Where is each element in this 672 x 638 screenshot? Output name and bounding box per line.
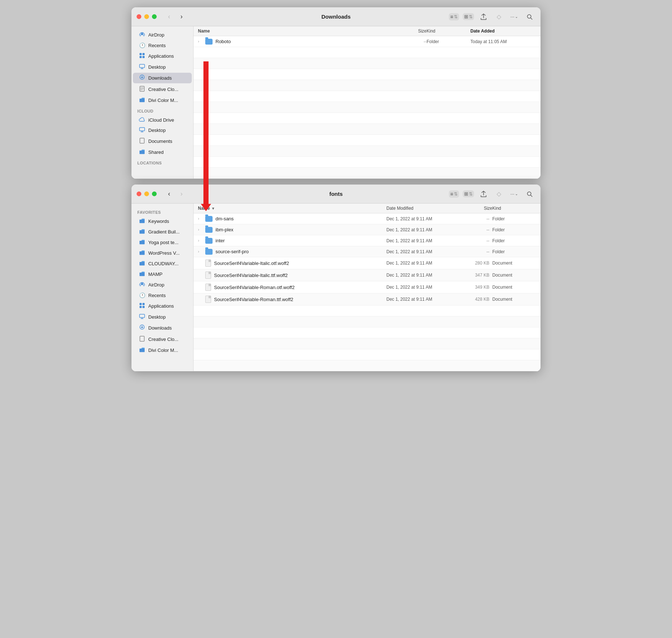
sidebar-item-yoga-2[interactable]: Yoga post te... — [133, 238, 192, 247]
minimize-button-2[interactable] — [144, 191, 149, 196]
share-button-2[interactable] — [478, 189, 489, 199]
view-options-2[interactable]: ≡ ⇅ — [449, 190, 459, 198]
sidebar-item-wordpress-2[interactable]: WordPress V... — [133, 248, 192, 258]
svg-rect-23 — [142, 306, 145, 308]
view-options-1[interactable]: ≡ ⇅ — [449, 13, 459, 20]
grid-view-icon-1[interactable]: ⊞ — [464, 14, 468, 19]
table-row[interactable]: › SourceSerif4Variable-Italic.ttf.woff2 … — [194, 269, 541, 281]
sidebar-item-airdrop-1[interactable]: AirDrop — [133, 30, 192, 40]
locations-section-label-1: Locations — [131, 158, 193, 166]
file-size-ss4-roman-otf: 349 KB — [463, 285, 492, 290]
chevron-icon: › — [198, 239, 202, 243]
folder-icon-dm-sans — [205, 216, 213, 222]
empty-row — [194, 349, 541, 360]
sidebar-label-icloud-drive-1: iCloud Drive — [148, 117, 174, 123]
sidebar-item-desktop-2[interactable]: Desktop — [133, 312, 192, 322]
sidebar-item-divi-2[interactable]: Divi Color M... — [133, 345, 192, 355]
folder-icon-roboto — [205, 39, 213, 45]
file-date-roboto: Today at 11:05 AM — [470, 39, 536, 44]
grid-sort-icon-2[interactable]: ⇅ — [469, 191, 473, 197]
grid-sort-icon-1[interactable]: ⇅ — [469, 14, 473, 19]
file-name-dm-sans: › dm-sans — [198, 216, 386, 222]
finder-window-1: ‹ › Downloads ≡ ⇅ ⊞ ⇅ ◇ ··· ⌄ — [131, 7, 541, 179]
more-button-1[interactable]: ··· ⌄ — [508, 12, 520, 22]
window-controls-1 — [137, 14, 157, 19]
table-row[interactable]: › inter Dec 1, 2022 at 9:11 AM -- Folder — [194, 235, 541, 246]
forward-button-2[interactable]: › — [176, 189, 187, 199]
close-button-2[interactable] — [137, 191, 141, 196]
file-name-ss4-roman-ttf: › SourceSerif4Variable-Roman.ttf.woff2 — [198, 296, 386, 303]
table-row[interactable]: › SourceSerif4Variable-Roman.ttf.woff2 D… — [194, 293, 541, 305]
sort-arrows-icon-1[interactable]: ⇅ — [454, 14, 458, 19]
back-button-2[interactable]: ‹ — [164, 189, 174, 199]
sidebar-label-cloudway-2: CLOUDWAY... — [148, 261, 179, 266]
file-date-ibm-plex: Dec 1, 2022 at 9:11 AM — [386, 227, 463, 232]
icloud-documents-icon-1 — [139, 138, 145, 145]
sidebar-item-cloudway-2[interactable]: CLOUDWAY... — [133, 259, 192, 269]
file-kind-dm-sans: Folder — [492, 216, 536, 221]
sidebar-item-gradient-2[interactable]: Gradient Buil... — [133, 227, 192, 237]
sidebar-item-downloads-1[interactable]: Downloads — [133, 73, 192, 83]
doc-icon-ss4-italic-ttf — [205, 271, 211, 279]
more-button-2[interactable]: ···⌄ — [508, 189, 520, 199]
sort-indicator: ▼ — [211, 206, 215, 210]
sidebar-item-divi-1[interactable]: Divi Color M... — [133, 95, 192, 105]
table-row[interactable]: › ibm-plex Dec 1, 2022 at 9:11 AM -- Fol… — [194, 224, 541, 235]
maximize-button-2[interactable] — [152, 191, 157, 196]
grid-options-1[interactable]: ⊞ ⇅ — [463, 13, 474, 20]
grid-view-icon-2[interactable]: ⊞ — [464, 191, 468, 197]
table-row[interactable]: › SourceSerif4Variable-Italic.otf.woff2 … — [194, 257, 541, 269]
sidebar-item-mamp-2[interactable]: MAMP — [133, 269, 192, 279]
back-button-1[interactable]: ‹ — [164, 12, 174, 22]
share-button-1[interactable] — [478, 12, 489, 22]
table-row[interactable]: › source-serif-pro Dec 1, 2022 at 9:11 A… — [194, 246, 541, 257]
tag-button-2[interactable]: ◇ — [493, 189, 505, 199]
sidebar-label-airdrop-2: AirDrop — [148, 282, 164, 288]
sidebar-item-applications-1[interactable]: Applications — [133, 51, 192, 61]
empty-row — [194, 305, 541, 316]
sidebar-item-icloud-shared-1[interactable]: Shared — [133, 147, 192, 157]
file-date-ss4-italic-ttf: Dec 1, 2022 at 9:11 AM — [386, 273, 463, 278]
minimize-button-1[interactable] — [144, 14, 149, 19]
nav-buttons-1: ‹ › — [164, 12, 187, 22]
sidebar-item-icloud-documents-1[interactable]: Documents — [133, 136, 192, 147]
chevron-icon: › — [198, 228, 202, 232]
sidebar-item-recents-2[interactable]: 🕐 Recents — [133, 290, 192, 300]
cloudway-icon-2 — [139, 261, 145, 267]
close-button-1[interactable] — [137, 14, 141, 19]
sort-arrows-icon-2[interactable]: ⇅ — [454, 191, 458, 197]
svg-rect-4 — [140, 56, 142, 58]
forward-button-1[interactable]: › — [176, 12, 187, 22]
sidebar-item-applications-2[interactable]: Applications — [133, 301, 192, 311]
grid-options-2[interactable]: ⊞ ⇅ — [463, 190, 474, 197]
empty-row — [194, 69, 541, 80]
svg-rect-2 — [140, 53, 142, 55]
sidebar-item-desktop-1[interactable]: Desktop — [133, 62, 192, 72]
sidebar-item-icloud-desktop-1[interactable]: Desktop — [133, 125, 192, 135]
svg-rect-14 — [140, 128, 145, 131]
table-row[interactable]: › Roboto -- Folder Today at 11:05 AM — [194, 36, 541, 47]
sidebar-item-icloud-drive-1[interactable]: iCloud Drive — [133, 115, 192, 125]
sidebar-item-creative-1[interactable]: Creative Clo... — [133, 84, 192, 95]
list-view-icon-1[interactable]: ≡ — [450, 14, 453, 20]
downloads-icon-2 — [139, 324, 145, 331]
table-row[interactable]: › dm-sans Dec 1, 2022 at 9:11 AM -- Fold… — [194, 213, 541, 224]
empty-row — [194, 113, 541, 124]
sidebar-item-airdrop-2[interactable]: AirDrop — [133, 280, 192, 290]
recents-icon-1: 🕐 — [139, 42, 145, 48]
maximize-button-1[interactable] — [152, 14, 157, 19]
sidebar-item-creative-2[interactable]: Creative Clo... — [133, 334, 192, 345]
sidebar-item-downloads-2[interactable]: Downloads — [133, 323, 192, 333]
file-date-ss4-italic-otf: Dec 1, 2022 at 9:11 AM — [386, 261, 463, 266]
tag-button-1[interactable]: ◇ — [493, 12, 505, 22]
col-size-header-1: Size — [394, 29, 427, 34]
search-button-2[interactable] — [524, 189, 535, 199]
list-view-icon-2[interactable]: ≡ — [450, 191, 453, 197]
doc-icon-ss4-roman-otf — [205, 284, 211, 291]
search-button-1[interactable] — [524, 12, 535, 22]
column-header-1: Name Size Kind Date Added — [194, 26, 541, 36]
table-row[interactable]: › SourceSerif4Variable-Roman.otf.woff2 D… — [194, 281, 541, 293]
sidebar-item-recents-1[interactable]: 🕐 Recents — [133, 41, 192, 50]
sidebar-item-keywords-2[interactable]: Keywords — [133, 216, 192, 226]
empty-row — [194, 360, 541, 371]
